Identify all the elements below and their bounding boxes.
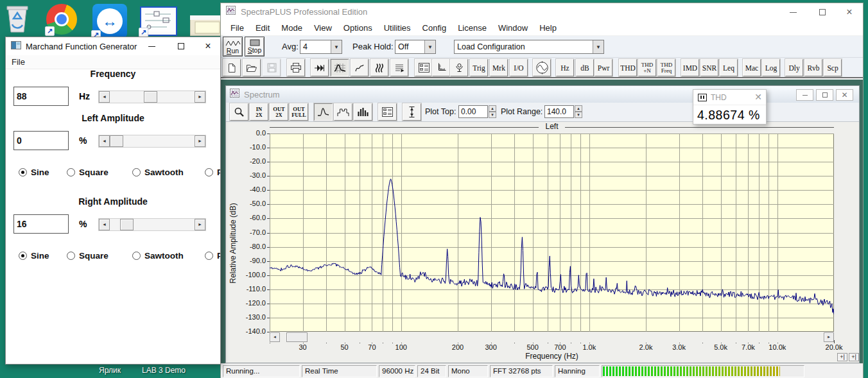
left-amplitude-input[interactable] bbox=[13, 131, 69, 150]
radio-circle-icon[interactable] bbox=[19, 168, 27, 176]
teamviewer-icon[interactable]: ↔ ↗ bbox=[92, 4, 127, 39]
line-plot-mode-button[interactable] bbox=[314, 103, 333, 121]
radio-circle-icon[interactable] bbox=[205, 168, 213, 176]
left-amplitude-slider[interactable]: ◄ ► bbox=[98, 135, 206, 148]
menu-mode[interactable]: Mode bbox=[275, 23, 308, 33]
waveform-radio-sine[interactable]: Sine bbox=[19, 168, 49, 177]
waveform-radio-square[interactable]: Square bbox=[67, 168, 108, 177]
histogram-mode-button[interactable] bbox=[354, 103, 372, 121]
minimize-button[interactable] bbox=[783, 3, 803, 21]
circuit-schematic-icon[interactable]: ↗ bbox=[140, 6, 177, 36]
logging-button[interactable]: Log bbox=[762, 59, 780, 76]
plot-range-input[interactable] bbox=[544, 105, 574, 118]
menu-license[interactable]: License bbox=[452, 23, 492, 33]
amplitude-scale-button[interactable] bbox=[403, 103, 421, 121]
control-panel-button[interactable] bbox=[415, 59, 433, 76]
frequency-input[interactable] bbox=[13, 87, 69, 106]
plot-range-spinner[interactable]: ▲▼ bbox=[575, 105, 582, 118]
fg-menu-file[interactable]: File bbox=[6, 57, 31, 67]
zoom-button[interactable] bbox=[230, 103, 248, 121]
minimize-button[interactable] bbox=[142, 37, 161, 55]
peak-hold-select[interactable]: Off ▼ bbox=[395, 40, 436, 54]
spectrum-plot[interactable] bbox=[270, 133, 834, 332]
units-hz-button[interactable]: Hz bbox=[556, 59, 574, 76]
run-all-button[interactable] bbox=[311, 59, 329, 76]
slider-thumb[interactable] bbox=[120, 219, 134, 230]
frequency-slider[interactable]: ◄ ► bbox=[98, 90, 206, 103]
reverb-button[interactable]: Rvb bbox=[804, 59, 822, 76]
trigger-button[interactable]: Trig bbox=[470, 59, 488, 76]
radio-circle-icon[interactable] bbox=[132, 252, 141, 260]
signal-generator-button[interactable] bbox=[533, 59, 551, 76]
run-button[interactable]: Run bbox=[223, 37, 243, 56]
spin-up-icon[interactable]: ▲ bbox=[489, 105, 496, 112]
scope-button[interactable]: Scp bbox=[824, 59, 842, 76]
child-minimize-button[interactable] bbox=[796, 89, 813, 101]
scroll-left-icon[interactable]: ◄ bbox=[270, 332, 280, 342]
plot-top-input[interactable] bbox=[458, 105, 488, 118]
close-button[interactable]: × bbox=[198, 37, 218, 55]
scaling-button[interactable] bbox=[432, 59, 450, 76]
slider-thumb[interactable] bbox=[144, 91, 157, 103]
waveform-radio-square[interactable]: Square bbox=[67, 251, 108, 261]
load-configuration-select[interactable]: Load Configuration ▼ bbox=[454, 40, 604, 54]
menu-config[interactable]: Config bbox=[417, 23, 453, 33]
scroll-right-icon[interactable]: ► bbox=[824, 332, 834, 342]
menu-utilities[interactable]: Utilities bbox=[378, 23, 417, 33]
zoom-out-full-button[interactable]: OUTFULL bbox=[290, 103, 308, 121]
power-button[interactable]: Pwr bbox=[595, 59, 612, 76]
maximize-button[interactable] bbox=[813, 3, 832, 21]
calibration-button[interactable] bbox=[450, 59, 468, 76]
bar-plot-mode-button[interactable] bbox=[334, 103, 352, 121]
expand-y-button[interactable]: +| bbox=[849, 353, 859, 361]
maximize-button[interactable] bbox=[171, 37, 191, 55]
markers-button[interactable]: Mrk bbox=[490, 59, 508, 76]
stop-button[interactable]: Stop bbox=[245, 37, 265, 56]
spectrogram-view-button[interactable] bbox=[370, 59, 388, 76]
radio-circle-icon[interactable] bbox=[19, 252, 27, 260]
units-db-button[interactable]: dB bbox=[576, 59, 594, 76]
radio-circle-icon[interactable] bbox=[67, 168, 75, 176]
waveform-radio-p[interactable]: P bbox=[205, 251, 221, 261]
delay-button[interactable]: Dly bbox=[785, 59, 803, 76]
recycle-bin-icon[interactable] bbox=[4, 3, 31, 33]
chrome-icon[interactable]: ↗ bbox=[46, 4, 77, 35]
scroll-left-icon[interactable]: ◄ bbox=[99, 135, 110, 147]
thd-button[interactable]: THD bbox=[619, 59, 637, 76]
plot-scrollbar[interactable]: ◄ ► bbox=[270, 332, 834, 343]
scroll-right-icon[interactable]: ► bbox=[195, 219, 205, 230]
plot-top-spinner[interactable]: ▲▼ bbox=[489, 105, 496, 118]
right-amplitude-input[interactable] bbox=[13, 214, 69, 234]
waveform-radio-p[interactable]: P bbox=[205, 168, 221, 177]
radio-circle-icon[interactable] bbox=[205, 252, 213, 260]
scroll-right-icon[interactable]: ► bbox=[195, 91, 205, 103]
io-device-button[interactable]: I/O bbox=[510, 59, 528, 76]
spectrum-view-button[interactable] bbox=[331, 59, 349, 76]
window-thumbnail-icon[interactable] bbox=[190, 15, 222, 36]
menu-view[interactable]: View bbox=[308, 23, 338, 33]
scroll-right-icon[interactable]: ► bbox=[195, 135, 205, 147]
open-file-button[interactable] bbox=[243, 59, 261, 76]
zoom-out-2x-button[interactable]: OUT2X bbox=[270, 103, 288, 121]
scroll-left-icon[interactable]: ◄ bbox=[99, 219, 110, 230]
thd-close-icon[interactable]: ✕ bbox=[754, 92, 762, 102]
waveform-radio-sawtooth[interactable]: Sawtooth bbox=[132, 251, 184, 261]
desktop-icon-label[interactable]: Ярлик bbox=[82, 366, 137, 375]
desktop-icon-label[interactable]: LAB 3 Demo bbox=[132, 366, 196, 375]
scroll-left-icon[interactable]: ◄ bbox=[99, 91, 110, 103]
close-button[interactable]: × bbox=[840, 3, 859, 21]
new-file-button[interactable] bbox=[223, 59, 241, 76]
report-view-button[interactable] bbox=[390, 59, 408, 76]
macro-button[interactable]: Mac bbox=[743, 59, 761, 76]
waveform-radio-sine[interactable]: Sine bbox=[19, 251, 49, 261]
spin-down-icon[interactable]: ▼ bbox=[575, 112, 582, 118]
imd-button[interactable]: IMD bbox=[681, 59, 699, 76]
radio-circle-icon[interactable] bbox=[67, 252, 75, 260]
child-restore-button[interactable] bbox=[816, 89, 833, 101]
spin-down-icon[interactable]: ▼ bbox=[489, 112, 496, 118]
waveform-view-button[interactable] bbox=[351, 59, 369, 76]
avg-select[interactable]: 4 ▼ bbox=[300, 40, 342, 54]
menu-options[interactable]: Options bbox=[338, 23, 378, 33]
snr-button[interactable]: SNR bbox=[700, 59, 718, 76]
radio-circle-icon[interactable] bbox=[132, 168, 141, 176]
